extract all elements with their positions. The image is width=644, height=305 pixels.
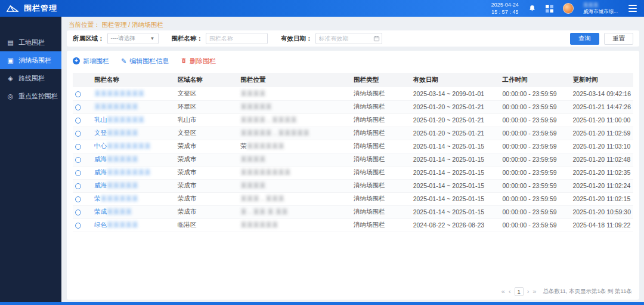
search-button[interactable]: 查询 — [570, 33, 599, 45]
table-row[interactable]: 威海某某某某某 荣成市 某某某某 消纳场围栏 2025-01-14 ~ 2025… — [73, 153, 633, 166]
fence-name-link[interactable]: 绿色某某某某某 — [94, 221, 138, 228]
fence-name-input[interactable] — [206, 33, 268, 44]
user-org: 威海市城市综... — [583, 8, 618, 15]
valid-date-input[interactable] — [315, 33, 382, 44]
fence-name-link[interactable]: 乳山某某某某某某 — [94, 116, 144, 123]
valid-cell: 2025-03-14 ~ 2099-01-01 — [411, 87, 500, 100]
avatar[interactable] — [563, 3, 574, 14]
fence-name-masked: 某某某某某某 — [100, 195, 138, 202]
construction-fence-icon: ▤ — [7, 39, 14, 47]
work-cell: 00:00:00 - 23:59:59 — [500, 153, 571, 166]
filter-panel: 所属区域： ----请选择 ▼ 围栏名称： 有效日期： 查询 重置 — [67, 30, 639, 47]
location-masked: 某某某某某 — [240, 103, 272, 110]
valid-cell: 2025-01-20 ~ 2025-01-21 — [411, 127, 500, 140]
user-info: 某某某 威海市城市综... — [583, 2, 618, 16]
row-radio[interactable] — [75, 196, 81, 202]
table-row[interactable]: 某某某某某某某某 文登区 某某某某 消纳场围栏 2025-03-14 ~ 209… — [73, 87, 633, 100]
menu-icon[interactable] — [627, 4, 638, 13]
notification-bell-icon[interactable] — [528, 5, 536, 13]
sidebar-item-label: 路线围栏 — [18, 74, 45, 83]
add-fence-button[interactable]: + 新增围栏 — [73, 57, 109, 66]
next-page-button[interactable]: › — [527, 288, 530, 295]
header-date: 2025-04-24 — [491, 1, 519, 8]
row-radio[interactable] — [75, 210, 81, 215]
updated-cell: 2025-01-20 11:02:59 — [571, 127, 634, 140]
row-radio[interactable] — [75, 170, 81, 176]
plus-icon: + — [73, 57, 80, 64]
type-cell: 消纳场围栏 — [351, 192, 411, 205]
updated-cell: 2025-03-14 09:42:16 — [571, 87, 634, 100]
region-select[interactable]: ----请选择 ▼ — [107, 33, 159, 44]
location-masked: 某某某某某某某某 — [240, 168, 290, 175]
edit-fence-button[interactable]: ✎ 编辑围栏信息 — [121, 57, 169, 66]
work-cell: 00:00:00 - 23:59:59 — [500, 218, 571, 232]
table-row[interactable]: 乳山某某某某某某 乳山市 某某某某，某某某某 消纳场围栏 2025-01-20 … — [73, 113, 633, 127]
valid-date-field — [315, 33, 382, 44]
updated-cell: 2025-01-20 11:02:48 — [571, 153, 634, 166]
type-cell: 消纳场围栏 — [351, 100, 411, 113]
sidebar-item-construction-fence[interactable]: ▤ 工地围栏 — [0, 33, 61, 51]
fence-name-visible: 威海 — [94, 155, 107, 162]
sidebar-item-route-fence[interactable]: ◈ 路线围栏 — [0, 69, 61, 87]
row-radio[interactable] — [75, 118, 81, 124]
fence-name-link[interactable]: 文登某某某某某 — [94, 129, 138, 136]
header-time: 15 : 57 : 45 — [491, 8, 519, 16]
table-row[interactable]: 某某某某某某某 环翠区 某某某某某 消纳场围栏 2025-01-20 ~ 202… — [73, 100, 633, 113]
delete-fence-label: 删除围栏 — [190, 57, 216, 66]
fence-name-masked: 某某某某某 — [107, 181, 138, 189]
radio-column-header — [73, 73, 92, 87]
last-page-button[interactable]: » — [532, 288, 536, 295]
col-update-time: 更新时间 — [571, 73, 634, 87]
row-radio[interactable] — [75, 131, 81, 137]
col-fence-type: 围栏类型 — [351, 73, 411, 87]
fence-name-link[interactable]: 某某某某某某某 — [94, 103, 138, 110]
table-row[interactable]: 威海某某某某某 荣成市 某某某某 消纳场围栏 2025-01-14 ~ 2025… — [73, 179, 633, 192]
route-fence-icon: ◈ — [7, 75, 14, 82]
table-row[interactable]: 文登某某某某某 文登区 某某某某某，某某某某某 消纳场围栏 2025-01-20… — [73, 127, 633, 140]
row-radio[interactable] — [75, 183, 81, 189]
table-row[interactable]: 中心某某某某某某某 荣成市 荣某某某某某某 消纳场围栏 2025-01-14 ~… — [73, 140, 633, 153]
fence-name-visible: 荣成 — [94, 208, 107, 215]
apps-grid-icon[interactable] — [546, 5, 553, 13]
sidebar-item-key-monitor-fence[interactable]: ◎ 重点监控围栏 — [0, 87, 61, 105]
fence-name-link[interactable]: 威海某某某某某某某 — [94, 168, 151, 175]
row-radio[interactable] — [75, 91, 81, 97]
row-radio[interactable] — [75, 223, 81, 229]
fence-name-masked: 某某某某某 — [107, 221, 138, 228]
col-work-time: 工作时间 — [500, 73, 571, 87]
sidebar-item-disposal-fence[interactable]: ▣ 消纳场围栏 — [0, 51, 61, 69]
type-cell: 消纳场围栏 — [351, 113, 411, 127]
current-page[interactable]: 1 — [515, 287, 524, 296]
prev-page-button[interactable]: ‹ — [509, 288, 511, 295]
updated-cell: 2025-01-20 11:00:00 — [571, 113, 634, 127]
work-cell: 00:00:00 - 23:59:59 — [500, 166, 571, 179]
table-header-row: 围栏名称 区域名称 围栏位置 围栏类型 有效日期 工作时间 更新时间 — [73, 73, 633, 87]
delete-fence-button[interactable]: 删除围栏 — [181, 57, 216, 66]
pagination: « ‹ 1 › » 总条数11, 本页显示第1条 到 第11条 — [501, 287, 632, 296]
fence-name-link[interactable]: 荣某某某某某某 — [94, 195, 138, 202]
location-masked: 某某某某，某某某某 — [240, 116, 297, 123]
table-row[interactable]: 威海某某某某某某某 荣成市 某某某某某某某某 消纳场围栏 2025-01-14 … — [73, 166, 633, 179]
table-row[interactable]: 绿色某某某某某 临港区 某某某某某某 消纳场围栏 2024-08-22 ~ 20… — [73, 218, 633, 232]
first-page-button[interactable]: « — [501, 288, 505, 295]
fence-name-link[interactable]: 威海某某某某某 — [94, 155, 138, 162]
valid-cell: 2025-01-14 ~ 2025-01-15 — [411, 179, 500, 192]
fence-name-link[interactable]: 威海某某某某某 — [94, 181, 138, 189]
table-row[interactable]: 荣某某某某某某 荣成市 某某某，某某某 消纳场围栏 2025-01-14 ~ 2… — [73, 192, 633, 205]
row-radio[interactable] — [75, 104, 81, 110]
fence-name-masked: 某某某某某某某 — [107, 168, 151, 175]
fence-name-link[interactable]: 某某某某某某某某 — [94, 90, 144, 97]
main-content: 当前位置： 围栏管理 / 消纳场围栏 所属区域： ----请选择 ▼ 围栏名称：… — [61, 17, 644, 302]
reset-button[interactable]: 重置 — [604, 33, 633, 45]
row-radio[interactable] — [75, 144, 81, 150]
fence-name-link[interactable]: 荣成某某某某 — [94, 208, 132, 215]
fence-name-filter-label: 围栏名称： — [172, 35, 203, 43]
valid-cell: 2025-01-14 ~ 2025-01-15 — [411, 166, 500, 179]
type-cell: 消纳场围栏 — [351, 166, 411, 179]
sidebar-item-label: 工地围栏 — [18, 38, 45, 47]
type-cell: 消纳场围栏 — [351, 140, 411, 153]
fence-name-masked: 某某某某某 — [107, 155, 138, 162]
table-row[interactable]: 荣成某某某某 荣成市 某，某某 某 某某 消纳场围栏 2025-01-14 ~ … — [73, 205, 633, 218]
fence-name-link[interactable]: 中心某某某某某某某 — [94, 142, 151, 149]
row-radio[interactable] — [75, 157, 81, 163]
